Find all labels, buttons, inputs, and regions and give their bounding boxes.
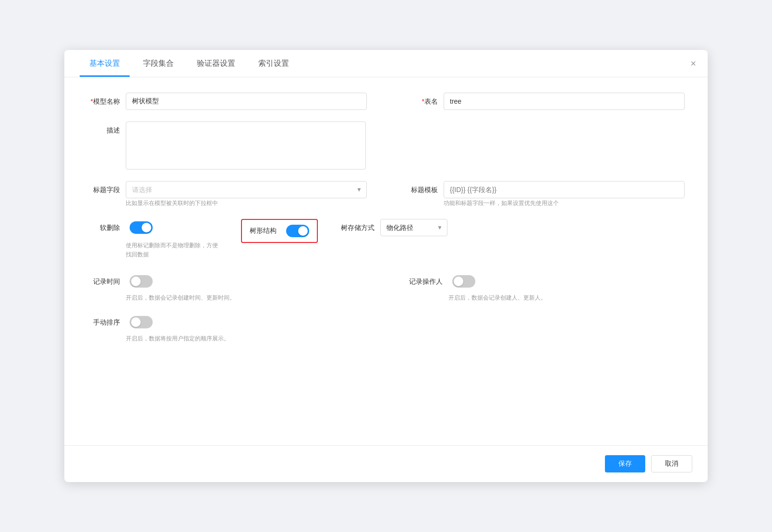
close-button[interactable]: × [690,59,696,68]
record-operator-col: 记录操作人 开启后，数据会记录创建人、更新人。 [405,273,685,302]
tab-validator-settings[interactable]: 验证器设置 [187,50,245,77]
soft-delete-col: 软删除 使用标记删除而不是物理删除，方便找回数据 [87,219,222,259]
tree-structure-slider [286,225,309,237]
soft-delete-slider [130,221,153,234]
save-button[interactable]: 保存 [605,455,645,472]
manual-sort-slider [130,316,153,328]
soft-delete-toggle-row: 软删除 [87,219,222,236]
manual-sort-toggle-row: 手动排序 [87,314,685,331]
tree-storage-select[interactable]: 物化路径 嵌套集合 闭包表 [380,219,447,236]
tree-storage-col: 树存储方式 物化路径 嵌套集合 闭包表 ▼ [337,219,447,236]
table-name-input[interactable] [444,93,685,110]
modal-body: *模型名称 *表名 描述 标题字段 [64,77,708,445]
manual-sort-col: 手动排序 开启后，数据将按用户指定的顺序展示。 [87,314,685,343]
modal-header: 基本设置 字段集合 验证器设置 索引设置 × [64,50,708,77]
title-template-hint: 功能和标题字段一样，如果设置优先使用这个 [405,198,685,207]
model-name-input[interactable] [126,93,367,110]
record-time-desc: 开启后，数据会记录创建时间、更新时间。 [87,293,367,302]
title-template-col: 标题模板 功能和标题字段一样，如果设置优先使用这个 [405,181,685,207]
soft-delete-desc: 使用标记删除而不是物理删除，方便找回数据 [87,239,222,259]
record-time-label: 记录时间 [87,273,126,290]
tree-structure-highlight: 树形结构 [241,219,318,243]
required-star-model: * [91,97,93,105]
description-item: 描述 [87,121,366,169]
required-star-table: * [422,97,424,105]
tree-storage-label: 树存储方式 [337,219,380,236]
tree-storage-select-wrap: 物化路径 嵌套集合 闭包表 ▼ [380,219,447,236]
tab-index-settings[interactable]: 索引设置 [249,50,299,77]
title-field-hint: 比如显示在模型被关联时的下拉框中 [87,198,367,207]
table-name-item: *表名 [405,93,685,110]
manual-sort-desc: 开启后，数据将按用户指定的顺序展示。 [87,334,685,343]
tree-structure-label: 树形结构 [250,227,277,235]
record-operator-slider [452,275,475,288]
manual-sort-label: 手动排序 [87,314,126,331]
title-template-row: 标题模板 [405,181,685,198]
row-description: 描述 [87,121,685,169]
title-field-select-wrap: 请选择 ▼ [126,181,367,198]
model-name-label: *模型名称 [87,93,126,110]
record-operator-desc: 开启后，数据会记录创建人、更新人。 [405,293,685,302]
tab-basic-settings[interactable]: 基本设置 [80,50,130,77]
title-field-row: 标题字段 请选择 ▼ [87,181,367,198]
cancel-button[interactable]: 取消 [651,455,692,472]
row-record-time: 记录时间 开启后，数据会记录创建时间、更新时间。 记录操作人 [87,273,685,302]
title-template-input[interactable] [444,181,685,198]
row-model-name: *模型名称 *表名 [87,93,685,110]
table-name-label: *表名 [405,93,444,110]
description-textarea[interactable] [126,121,366,169]
row-title-field: 标题字段 请选择 ▼ 比如显示在模型被关联时的下拉框中 标题模板 [87,181,685,207]
record-time-col: 记录时间 开启后，数据会记录创建时间、更新时间。 [87,273,367,302]
manual-sort-toggle[interactable] [130,316,153,328]
record-operator-toggle[interactable] [452,275,475,288]
record-time-toggle-row: 记录时间 [87,273,367,290]
description-label: 描述 [87,121,126,139]
title-field-label: 标题字段 [87,181,126,198]
record-time-slider [130,275,153,288]
record-time-toggle[interactable] [130,275,153,288]
record-operator-label: 记录操作人 [405,273,448,290]
row-soft-delete: 软删除 使用标记删除而不是物理删除，方便找回数据 树形结构 [87,219,685,259]
record-operator-toggle-row: 记录操作人 [405,273,685,290]
row-manual-sort: 手动排序 开启后，数据将按用户指定的顺序展示。 [87,314,685,343]
modal-footer: 保存 取消 [64,445,708,482]
tab-field-sets[interactable]: 字段集合 [133,50,183,77]
tree-structure-col: 树形结构 [241,219,318,243]
title-field-select[interactable]: 请选择 [126,181,367,198]
tree-structure-toggle[interactable] [286,225,309,237]
title-template-label: 标题模板 [405,181,444,198]
model-name-item: *模型名称 [87,93,367,110]
soft-delete-toggle[interactable] [130,221,153,234]
title-field-col: 标题字段 请选择 ▼ 比如显示在模型被关联时的下拉框中 [87,181,367,207]
soft-delete-label: 软删除 [87,219,126,236]
modal-container: 基本设置 字段集合 验证器设置 索引设置 × *模型名称 *表名 [64,50,708,482]
